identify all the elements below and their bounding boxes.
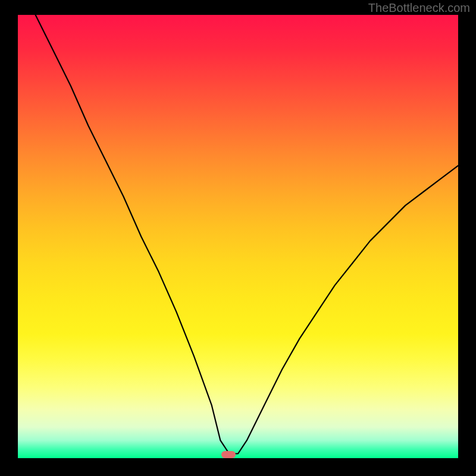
optimum-marker	[221, 451, 236, 458]
watermark-text: TheBottleneck.com	[368, 1, 470, 15]
bottleneck-curve-svg	[18, 15, 458, 458]
bottleneck-curve-line	[36, 15, 458, 454]
plot-area	[18, 15, 458, 458]
